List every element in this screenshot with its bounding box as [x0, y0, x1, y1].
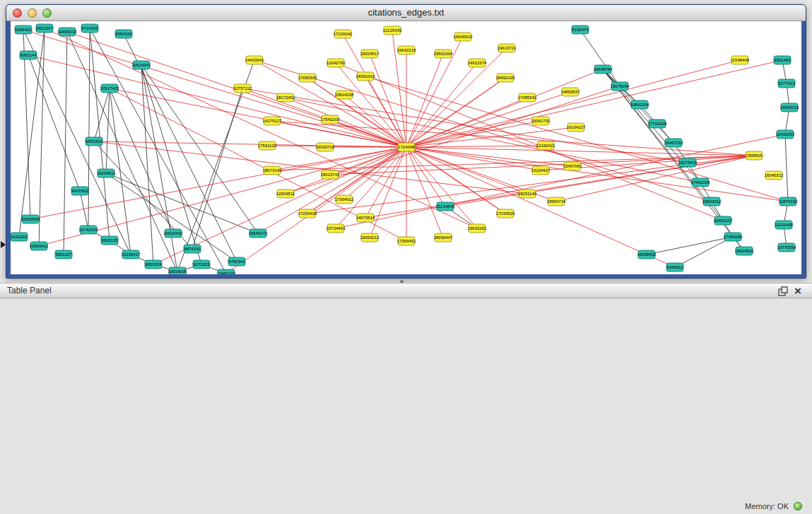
network-node[interactable]: 19054212 [360, 233, 379, 242]
network-node[interactable]: 12874192 [779, 197, 798, 206]
network-node[interactable]: 17384250 [724, 233, 743, 241]
network-node[interactable]: 10204511 [97, 169, 116, 177]
network-node[interactable]: 16734403 [326, 224, 346, 233]
network-node[interactable]: 10742203 [79, 226, 98, 234]
network-node[interactable]: 20516041 [132, 61, 151, 69]
network-node[interactable]: 17081930 [298, 74, 317, 82]
network-node[interactable]: 9245012 [666, 263, 683, 271]
network-node[interactable]: 9831534 [86, 137, 102, 146]
network-node[interactable]: 18954734 [547, 197, 566, 206]
network-node[interactable]: 9415502 [71, 187, 88, 195]
network-node[interactable]: 18492105 [496, 74, 515, 82]
network-node[interactable]: 16164227 [567, 123, 586, 132]
network-graph[interactable]: 1724048121604211606179117485342184921051… [11, 21, 801, 274]
network-node[interactable]: 9277413 [778, 79, 795, 88]
network-node[interactable]: 10593421 [30, 242, 49, 250]
network-node[interactable]: 16924502 [735, 247, 754, 255]
network-node[interactable]: 20610432 [164, 229, 183, 238]
network-node[interactable]: 9501482 [774, 56, 791, 64]
network-node[interactable]: 9714203 [81, 24, 98, 33]
network-node[interactable]: 17462209 [691, 178, 710, 187]
network-node[interactable]: 10543172 [249, 229, 268, 238]
network-node[interactable]: 10517423 [100, 84, 119, 93]
network-node[interactable]: 15134845 [436, 202, 455, 211]
network-node[interactable]: 1595815 [746, 151, 763, 160]
network-node[interactable]: 14453019 [780, 103, 799, 112]
network-node[interactable]: 1724048 [398, 143, 415, 151]
network-node[interactable]: 18204517 [360, 49, 379, 58]
network-node[interactable]: 16273415 [678, 158, 698, 167]
network-node[interactable]: 16020716 [316, 143, 335, 151]
network-node[interactable]: 17226042 [334, 30, 353, 38]
network-node[interactable]: 17354451 [397, 237, 416, 245]
network-node[interactable]: 9521507 [36, 24, 53, 33]
network-node[interactable]: 17254428 [298, 209, 317, 218]
network-node[interactable]: 14850537 [561, 88, 580, 96]
network-node[interactable]: 14612374 [468, 59, 487, 67]
network-node[interactable]: 10698452 [637, 250, 657, 259]
network-node[interactable]: 17542203 [321, 115, 340, 124]
float-panel-icon[interactable] [778, 286, 788, 296]
sidebar-expander-icon[interactable] [1, 241, 6, 248]
network-node[interactable]: 16648784 [594, 65, 613, 74]
network-node[interactable]: 8130474 [572, 25, 589, 34]
network-node[interactable]: 15467210 [664, 139, 683, 147]
network-node[interactable]: 11548408 [731, 56, 750, 64]
network-node[interactable]: 15457081 [563, 162, 582, 170]
network-node[interactable]: 18090447 [434, 233, 453, 242]
memory-indicator-icon[interactable] [794, 502, 802, 510]
network-node[interactable]: 12904511 [276, 189, 295, 198]
network-node[interactable]: 10914205 [168, 267, 187, 274]
network-node[interactable]: 18361010 [356, 72, 375, 81]
network-node[interactable]: 16104427 [531, 166, 551, 175]
network-canvas[interactable]: 1724048121604211606179117485342184921051… [11, 21, 801, 274]
network-node[interactable]: 11031445 [775, 221, 794, 229]
network-node[interactable]: 12042760 [326, 59, 346, 67]
network-node[interactable]: 18673145 [263, 166, 282, 175]
network-node[interactable]: 15679194 [611, 82, 630, 90]
network-node[interactable]: 9901157 [55, 250, 72, 259]
network-node[interactable]: 12125439 [383, 26, 402, 35]
network-node[interactable]: 9156421 [15, 25, 32, 34]
network-window-titlebar[interactable]: citations_edges.txt [6, 5, 806, 21]
network-node[interactable]: 17034526 [496, 209, 515, 218]
network-node[interactable]: 16045312 [765, 171, 784, 180]
network-node[interactable]: 17364012 [335, 195, 354, 204]
network-node[interactable]: 9653324 [145, 260, 162, 269]
network-node[interactable]: 14420041 [245, 56, 264, 64]
network-node[interactable]: 20260504 [21, 215, 40, 223]
network-node[interactable]: 17485342 [518, 93, 537, 102]
network-node[interactable]: 15803412 [702, 197, 722, 206]
network-node[interactable]: 18251140 [518, 189, 537, 198]
network-node[interactable]: 10481102 [217, 269, 236, 274]
network-node[interactable]: 10490233 [58, 28, 77, 36]
network-node[interactable]: 18172452 [276, 93, 295, 102]
network-node[interactable]: 17791028 [648, 119, 667, 128]
network-node[interactable]: 17561120 [258, 141, 277, 150]
network-node[interactable]: 9272023 [193, 260, 210, 269]
network-node[interactable]: 19613721 [498, 44, 517, 52]
network-node[interactable]: 9760341 [228, 257, 245, 266]
network-node[interactable]: 16061791 [531, 117, 551, 125]
network-node[interactable]: 9554120 [115, 30, 132, 38]
network-node[interactable]: 16640910 [454, 33, 473, 41]
close-panel-icon[interactable] [792, 284, 804, 298]
network-node[interactable]: 16491107 [714, 216, 733, 225]
network-node[interactable]: 18013741 [321, 170, 340, 179]
network-node[interactable]: 16642218 [397, 46, 416, 54]
network-node[interactable]: 19561304 [434, 49, 453, 58]
network-node[interactable]: 10770354 [777, 243, 796, 252]
network-node[interactable]: 12160421 [536, 141, 555, 150]
network-node[interactable]: 15542261 [468, 224, 487, 233]
network-node[interactable]: 11431053 [776, 130, 795, 139]
network-node[interactable]: 9505135 [101, 236, 118, 245]
network-node[interactable]: 14275127 [263, 117, 282, 125]
network-node[interactable]: 15824208 [335, 90, 354, 99]
network-node[interactable]: 9063144 [20, 51, 37, 59]
network-node[interactable]: 10235417 [122, 250, 141, 259]
network-node[interactable]: 9874150 [184, 245, 201, 253]
network-node[interactable]: 16842204 [630, 100, 649, 109]
network-node[interactable]: 12757112 [233, 84, 252, 93]
network-node[interactable]: 14973514 [356, 214, 375, 222]
network-node[interactable]: 9152203 [11, 233, 28, 241]
